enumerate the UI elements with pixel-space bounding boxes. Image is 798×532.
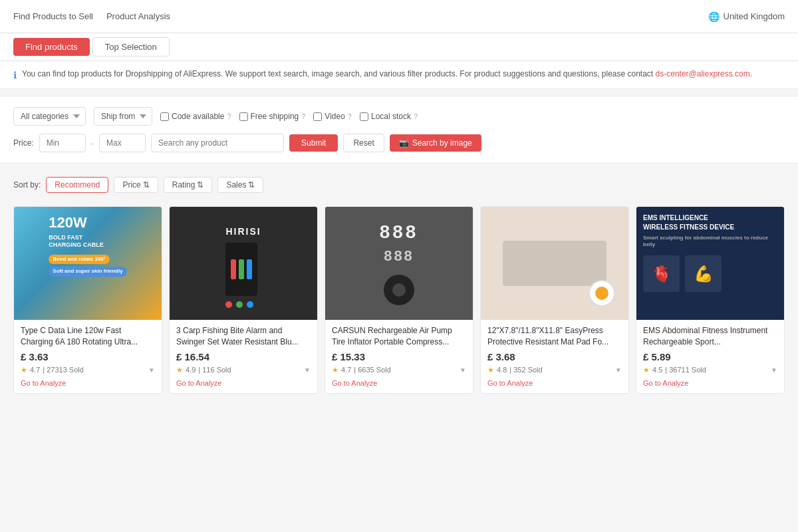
product-analyze-1[interactable]: Go to Analyze: [21, 379, 66, 387]
nav-find-products[interactable]: Find Products to Sell: [13, 8, 93, 25]
submit-button[interactable]: Submit: [289, 134, 338, 152]
local-stock-checkbox[interactable]: [360, 112, 368, 121]
ship-from-select[interactable]: Ship from: [94, 107, 152, 126]
product-info-4: 12"X7.8"/11.8"X11.8" EasyPress Protectiv…: [481, 320, 628, 393]
free-shipping-checkbox-group[interactable]: Free shipping ?: [239, 112, 306, 121]
region-label: United Kingdom: [724, 11, 785, 21]
price-min-input[interactable]: [39, 134, 86, 152]
info-text: You can find top products for Dropshippi…: [22, 69, 752, 78]
product-rating-2: ★ 4.9 | 116 Sold: [176, 366, 231, 374]
products-grid: 120W BOLD FAST CHARGING CABLE Bend and r…: [0, 200, 798, 407]
product-search-input[interactable]: [151, 134, 284, 152]
image-search-button[interactable]: 📷 Search by image: [390, 134, 481, 152]
product-title-5: EMS Abdominal Fitness Instrument Recharg…: [643, 325, 777, 348]
product-analyze-5[interactable]: Go to Analyze: [643, 379, 689, 387]
tab-find-products[interactable]: Find products: [13, 38, 90, 56]
price-max-input[interactable]: [99, 134, 146, 152]
code-available-checkbox-group[interactable]: Code available ?: [160, 112, 231, 121]
product-dropdown-3[interactable]: ▼: [460, 366, 466, 374]
product-title-1: Type C Data Line 120w Fast Charging 6A 1…: [21, 325, 155, 348]
globe-icon: 🌐: [708, 11, 720, 22]
header-region: 🌐 United Kingdom: [708, 11, 785, 22]
product-rating-4: ★ 4.8 | 352 Sold: [487, 366, 543, 374]
product-info-5: EMS Abdominal Fitness Instrument Recharg…: [636, 320, 784, 393]
nav-product-analysis[interactable]: Product Analysis: [106, 8, 170, 25]
product-img-sub-3: 888: [384, 247, 414, 266]
product-meta-3: ★ 4.7 | 6635 Sold ▼: [332, 366, 466, 374]
product-title-3: CARSUN Rechargeable Air Pump Tire Inflat…: [332, 325, 466, 348]
sold-count-2: | 116 Sold: [198, 366, 231, 374]
rating-value-5: 4.5: [652, 366, 662, 374]
price-label: Price:: [13, 138, 34, 148]
rating-value-4: 4.8: [497, 366, 507, 374]
product-info-2: 3 Carp Fishing Bite Alarm and Swinger Se…: [170, 320, 317, 393]
sort-price[interactable]: Price ⇅: [114, 177, 158, 193]
product-image-1: 120W BOLD FAST CHARGING CABLE Bend and r…: [14, 207, 162, 320]
sort-price-arrow: ⇅: [143, 180, 150, 190]
product-info-3: CARSUN Rechargeable Air Pump Tire Inflat…: [325, 320, 473, 393]
rating-value-2: 4.9: [186, 366, 196, 374]
product-dropdown-2[interactable]: ▼: [304, 366, 311, 374]
filter-row-2: Price: - Submit Reset 📷 Search by image: [13, 134, 785, 152]
product-title-4: 12"X7.8"/11.8"X11.8" EasyPress Protectiv…: [487, 325, 622, 348]
free-shipping-label: Free shipping: [251, 112, 299, 121]
product-meta-1: ★ 4.7 | 27313 Sold ▼: [21, 366, 155, 374]
product-dropdown-5[interactable]: ▼: [771, 366, 777, 374]
product-img-headline-5: EMS INTELLIGENCEWIRELESS FITNESS DEVICE: [643, 213, 734, 232]
sold-count-1: | 27313 Sold: [43, 366, 84, 374]
free-shipping-checkbox[interactable]: [239, 112, 248, 121]
sort-sales[interactable]: Sales ⇅: [217, 177, 263, 193]
reset-button[interactable]: Reset: [343, 134, 384, 152]
sort-rating-arrow: ⇅: [197, 180, 203, 190]
sort-rating[interactable]: Rating ⇅: [164, 177, 213, 193]
star-icon-5: ★: [643, 366, 650, 374]
product-price-3: £ 15.33: [332, 351, 466, 362]
price-dash: -: [91, 138, 94, 148]
sort-recommend[interactable]: Recommend: [46, 177, 108, 193]
product-img-headline-1: 120W: [49, 213, 126, 233]
tab-top-selection[interactable]: Top Selection: [92, 37, 170, 57]
video-checkbox-group[interactable]: Video ?: [313, 112, 352, 121]
product-card-5: EMS INTELLIGENCEWIRELESS FITNESS DEVICE …: [636, 206, 785, 394]
product-analyze-4[interactable]: Go to Analyze: [487, 379, 533, 387]
product-rating-3: ★ 4.7 | 6635 Sold: [332, 366, 391, 374]
product-img-case-2: [225, 243, 257, 296]
sort-bar: Sort by: Recommend Price ⇅ Rating ⇅ Sale…: [0, 170, 798, 200]
product-img-headline-3: 888: [380, 220, 419, 244]
star-icon-2: ★: [176, 366, 183, 374]
local-stock-help: ?: [414, 112, 418, 120]
star-icon-3: ★: [332, 366, 338, 374]
product-img-tag-1: Bend and rotate 180°: [49, 255, 110, 264]
local-stock-label: Local stock: [371, 112, 411, 121]
sort-sales-arrow: ⇅: [248, 180, 255, 190]
product-card-4: 12"X7.8"/11.8"X11.8" EasyPress Protectiv…: [480, 206, 629, 394]
product-rating-1: ★ 4.7 | 27313 Sold: [21, 366, 84, 374]
product-analyze-2[interactable]: Go to Analyze: [176, 379, 222, 387]
category-select[interactable]: All categories: [13, 107, 86, 126]
info-banner: ℹ You can find top products for Dropship…: [0, 61, 798, 89]
product-meta-4: ★ 4.8 | 352 Sold ▼: [487, 366, 622, 374]
product-card-1: 120W BOLD FAST CHARGING CABLE Bend and r…: [13, 206, 162, 394]
product-image-4: [481, 207, 628, 320]
product-img-sub1-1: BOLD FAST: [49, 234, 126, 242]
video-checkbox[interactable]: [313, 112, 322, 121]
rating-value-3: 4.7: [341, 366, 351, 374]
product-img-sub2-1: CHARGING CABLE: [49, 241, 126, 249]
code-available-checkbox[interactable]: [160, 112, 169, 121]
video-label: Video: [325, 112, 344, 121]
product-dropdown-1[interactable]: ▼: [148, 366, 155, 374]
product-dropdown-4[interactable]: ▼: [615, 366, 622, 374]
header-nav: Find Products to Sell Product Analysis: [13, 8, 170, 25]
free-shipping-help: ?: [301, 112, 305, 120]
info-icon: ℹ: [13, 70, 17, 80]
product-info-1: Type C Data Line 120w Fast Charging 6A 1…: [14, 320, 162, 393]
video-help: ?: [348, 112, 352, 120]
product-img-tag-2: Soft and super skin friendly: [49, 267, 126, 276]
product-analyze-3[interactable]: Go to Analyze: [332, 379, 378, 387]
product-image-5: EMS INTELLIGENCEWIRELESS FITNESS DEVICE …: [636, 207, 784, 320]
info-email-link[interactable]: ds-center@aliexpress.com: [656, 69, 750, 78]
tabs-bar: Find products Top Selection: [0, 33, 798, 61]
filter-row-1: All categories Ship from Code available …: [13, 107, 785, 126]
local-stock-checkbox-group[interactable]: Local stock ?: [360, 112, 418, 121]
product-meta-5: ★ 4.5 | 36711 Sold ▼: [643, 366, 777, 374]
